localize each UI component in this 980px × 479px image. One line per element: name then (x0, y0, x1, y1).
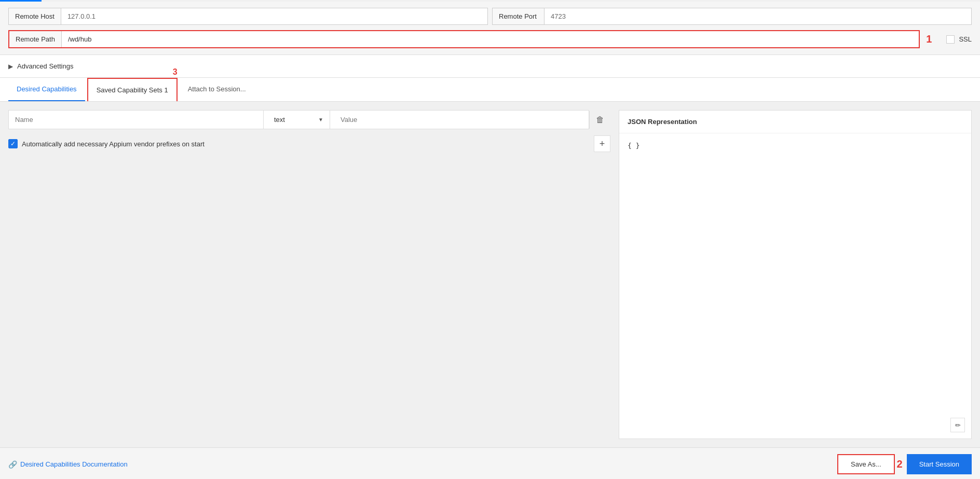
tab-desired-capabilities[interactable]: Desired Capabilities (8, 78, 85, 101)
ssl-label: SSL (959, 35, 972, 43)
auto-prefix-row: Automatically add necessary Appium vendo… (8, 137, 205, 150)
main-container: Remote Host Remote Port Remote Path /wd/… (0, 2, 980, 479)
json-content: { } (619, 133, 971, 439)
remote-path-input[interactable] (98, 31, 919, 47)
ssl-checkbox[interactable] (946, 35, 955, 44)
tabs-bar: Desired Capabilities 3 Saved Capability … (0, 78, 980, 102)
doc-link-label: Desired Capabilities Documentation (20, 460, 128, 468)
capability-value-input[interactable] (334, 111, 589, 129)
bottom-bar: 🔗 Desired Capabilities Documentation Sav… (0, 447, 980, 479)
save-as-wrapper: Save As... 2 (837, 454, 903, 474)
badge-1: 1 (926, 33, 932, 45)
documentation-link[interactable]: 🔗 Desired Capabilities Documentation (8, 460, 128, 469)
checkbox-add-row: Automatically add necessary Appium vendo… (8, 135, 610, 152)
content-area: text ▼ 🗑 Automatically add necessary App… (0, 102, 980, 447)
capabilities-fields: text ▼ (8, 110, 589, 129)
remote-path-group: Remote Path /wd/hub (8, 30, 920, 48)
chevron-right-icon: ▶ (8, 63, 13, 70)
chevron-down-icon: ▼ (318, 117, 323, 122)
tab-badge: 3 (173, 67, 178, 77)
remote-host-input[interactable] (61, 8, 487, 24)
link-icon: 🔗 (8, 460, 17, 469)
save-as-button[interactable]: Save As... (837, 454, 895, 474)
ssl-group: SSL (946, 35, 972, 44)
json-representation-panel: JSON Representation { } ✏ (619, 110, 972, 439)
remote-path-label: Remote Path (9, 31, 62, 47)
delete-capability-button[interactable]: 🗑 (589, 111, 610, 129)
capability-type-dropdown[interactable]: text ▼ (268, 111, 330, 129)
start-session-button[interactable]: Start Session (907, 454, 972, 474)
badge-2: 2 (897, 458, 903, 470)
advanced-settings-label: Advanced Settings (17, 62, 73, 70)
host-port-row: Remote Host Remote Port (8, 8, 972, 25)
remote-port-label: Remote Port (493, 8, 545, 24)
connection-section: Remote Host Remote Port Remote Path /wd/… (0, 2, 980, 55)
tab-attach-session[interactable]: Attach to Session... (180, 78, 254, 101)
remote-host-label: Remote Host (9, 8, 61, 24)
capabilities-input-row: text ▼ 🗑 (8, 110, 610, 129)
bottom-buttons: Save As... 2 Start Session (837, 454, 972, 474)
trash-icon: 🗑 (596, 115, 604, 124)
add-capability-button[interactable]: + (594, 135, 610, 152)
tab-saved-capability-sets[interactable]: 3 Saved Capability Sets 1 (87, 78, 178, 101)
remote-port-input[interactable] (545, 8, 971, 24)
json-panel-title: JSON Representation (619, 111, 971, 133)
edit-icon: ✏ (955, 421, 961, 429)
capability-name-input[interactable] (9, 111, 264, 129)
remote-port-group: Remote Port (492, 8, 972, 25)
left-panel: text ▼ 🗑 Automatically add necessary App… (8, 110, 610, 439)
remote-path-value: /wd/hub (62, 31, 98, 47)
advanced-settings-row[interactable]: ▶ Advanced Settings (0, 55, 980, 78)
remote-host-group: Remote Host (8, 8, 488, 25)
edit-json-button[interactable]: ✏ (950, 418, 965, 432)
capability-type-value: text (274, 116, 285, 124)
auto-prefix-checkbox[interactable] (8, 139, 18, 148)
plus-icon: + (600, 139, 605, 149)
auto-prefix-label: Automatically add necessary Appium vendo… (22, 140, 205, 148)
